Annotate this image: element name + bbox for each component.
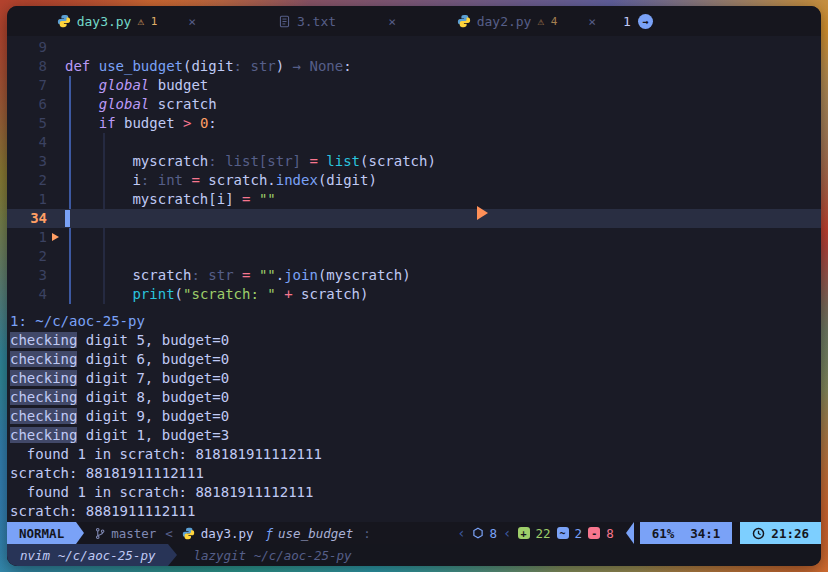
- line-number: 6: [7, 95, 47, 114]
- tmux-windows: nvim ~/c/aoc-25-pylazygit ~/c/aoc-25-py: [7, 544, 368, 566]
- statusline-colon: :: [363, 526, 371, 541]
- tabline-tabs: day3.py⚠ 1×3.txt×day2.py⚠ 4×: [7, 6, 607, 36]
- code-line[interactable]: 9: [7, 38, 821, 57]
- close-icon[interactable]: ×: [588, 14, 596, 29]
- tab-day3.py[interactable]: day3.py⚠ 1×: [7, 6, 207, 36]
- code-line[interactable]: 3 myscratch: list[str] = list(scratch): [7, 152, 821, 171]
- terminal-line: checking digit 7, budget=0: [10, 369, 821, 388]
- function-name: use_budget: [278, 526, 353, 541]
- editor-pane[interactable]: 98def use_budget(digit: str) → None:7 gl…: [7, 36, 821, 304]
- code-text: [65, 228, 821, 247]
- terminal-line: scratch: 8881911112111: [10, 502, 821, 521]
- terminal-lines: checking digit 5, budget=0checking digit…: [10, 331, 821, 521]
- tab-3.txt[interactable]: 3.txt×: [207, 6, 407, 36]
- sign-column: [47, 152, 65, 171]
- git-added-icon: +: [518, 527, 530, 539]
- powerline-separator: [76, 522, 84, 544]
- sign-column: [47, 38, 65, 57]
- warning-badge: ⚠ 4: [537, 15, 557, 28]
- line-number: 7: [7, 76, 47, 95]
- chevron-left-icon: ‹: [503, 525, 511, 541]
- filename: day3.py: [201, 526, 254, 541]
- current-file[interactable]: day3.py: [182, 526, 254, 541]
- sign-column: [47, 171, 65, 190]
- scroll-percent: 61%: [652, 526, 675, 541]
- git-changed-icon: ~: [557, 527, 569, 539]
- line-number: 34: [7, 209, 47, 228]
- code-line[interactable]: 2 i: int = scratch.index(digit): [7, 171, 821, 190]
- git-branch-name: master: [111, 526, 156, 541]
- code-text: myscratch: list[str] = list(scratch): [65, 152, 821, 171]
- terminal-window: day3.py⚠ 1×3.txt×day2.py⚠ 4× 1 → 98def u…: [7, 6, 821, 566]
- tab-indicator[interactable]: 1 →: [623, 14, 653, 29]
- line-number: 3: [7, 152, 47, 171]
- tab-label: day3.py: [77, 14, 132, 29]
- line-number: 4: [7, 285, 47, 304]
- line-number: 8: [7, 57, 47, 76]
- code-line[interactable]: 3 scratch: str = "".join(myscratch): [7, 266, 821, 285]
- line-number: 2: [7, 247, 47, 266]
- line-number: 3: [7, 266, 47, 285]
- statusline-right: ‹ 8 ‹ + 22 ~ 2 - 8 61% 34:1 21:26: [457, 522, 821, 544]
- terminal-title: 1: ~/c/aoc-25-py: [10, 312, 821, 331]
- code-line[interactable]: 1 myscratch[i] = "": [7, 190, 821, 209]
- close-icon[interactable]: ×: [388, 14, 396, 29]
- python-icon: [57, 14, 71, 28]
- function-icon: ƒ: [266, 526, 274, 541]
- code-line[interactable]: 4 print("scratch: " + scratch): [7, 285, 821, 304]
- sign-column: [47, 114, 65, 133]
- mouse-cursor-icon: [477, 206, 488, 220]
- text-cursor: [65, 210, 70, 227]
- line-number: 1: [7, 190, 47, 209]
- code-text: i: int = scratch.index(digit): [65, 171, 821, 190]
- code-text: if budget > 0:: [65, 114, 821, 133]
- powerline-separator: [168, 544, 177, 566]
- terminal-pane[interactable]: 1: ~/c/aoc-25-py checking digit 5, budge…: [7, 312, 821, 521]
- tab-count: 1: [623, 14, 631, 29]
- code-line[interactable]: 4: [7, 133, 821, 152]
- line-number: 1: [7, 228, 47, 247]
- code-text: [65, 38, 821, 57]
- breadcrumb-separator: <: [165, 526, 173, 541]
- close-icon[interactable]: ×: [188, 14, 196, 29]
- code-line[interactable]: 1: [7, 228, 821, 247]
- mode-indicator: NORMAL: [7, 522, 76, 544]
- cursor-position: 34:1: [690, 526, 720, 541]
- sign-column: [47, 266, 65, 285]
- powerline-separator: [626, 522, 634, 544]
- clock-time: 21:26: [771, 526, 809, 541]
- diagnostic-count: 8: [490, 526, 498, 541]
- tmux-window[interactable]: lazygit ~/c/aoc-25-py: [177, 548, 367, 563]
- code-line[interactable]: 8def use_budget(digit: str) → None:: [7, 57, 821, 76]
- code-text: scratch: str = "".join(myscratch): [65, 266, 821, 285]
- git-branch[interactable]: master: [94, 526, 156, 541]
- terminal-line: scratch: 88181911112111: [10, 464, 821, 483]
- desktop-wallpaper: { "colors": { "bg": "#1a1b26", "bg_dark"…: [0, 0, 828, 572]
- sign-column: [47, 133, 65, 152]
- code-line[interactable]: 2: [7, 247, 821, 266]
- position-segment: 61% 34:1: [640, 522, 733, 544]
- git-added-count: 22: [536, 526, 551, 541]
- terminal-line: checking digit 9, budget=0: [10, 407, 821, 426]
- time-segment: 21:26: [740, 522, 821, 544]
- terminal-line: checking digit 5, budget=0: [10, 331, 821, 350]
- code-text: global scratch: [65, 95, 821, 114]
- line-number: 5: [7, 114, 47, 133]
- code-text: [65, 209, 821, 228]
- code-text: [65, 133, 821, 152]
- sign-column: [47, 228, 65, 247]
- sign-column: [47, 247, 65, 266]
- tmux-window-active[interactable]: nvim ~/c/aoc-25-py: [7, 544, 168, 566]
- code-line[interactable]: 7 global budget: [7, 76, 821, 95]
- python-icon: [457, 14, 471, 28]
- code-line[interactable]: 6 global scratch: [7, 95, 821, 114]
- sign-column: [47, 57, 65, 76]
- sign-column: [47, 76, 65, 95]
- code-line[interactable]: 5 if budget > 0:: [7, 114, 821, 133]
- chevron-left-icon: ‹: [457, 525, 465, 541]
- code-text: [65, 247, 821, 266]
- code-line[interactable]: 34: [7, 209, 821, 228]
- clock-icon: [752, 527, 765, 540]
- tab-day2.py[interactable]: day2.py⚠ 4×: [407, 6, 607, 36]
- editor-lines: 98def use_budget(digit: str) → None:7 gl…: [7, 38, 821, 304]
